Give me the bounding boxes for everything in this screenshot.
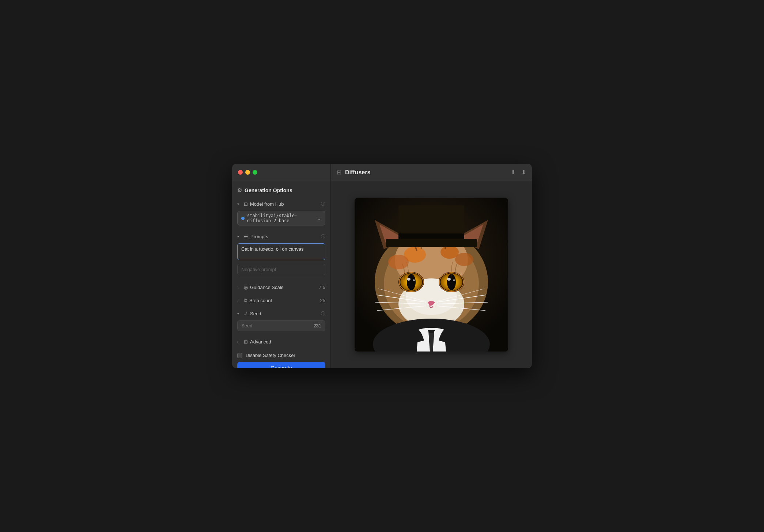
sidebar-title: Generation Options bbox=[245, 187, 292, 193]
prompts-section: ▾ ☰ Prompts ⓘ Cat in a tuxedo, oil on ca… bbox=[232, 230, 330, 281]
prompts-section-header[interactable]: ▾ ☰ Prompts ⓘ bbox=[232, 231, 330, 242]
prompts-info-icon[interactable]: ⓘ bbox=[321, 233, 325, 240]
svg-point-18 bbox=[413, 280, 415, 281]
step-chevron-icon: › bbox=[237, 299, 242, 303]
advanced-section-header[interactable]: › ⊞ Advanced bbox=[232, 337, 330, 347]
model-chevron-icon: ▾ bbox=[237, 202, 242, 206]
model-selector[interactable]: stabilityai/stable-diffusion-2-base ⌄ bbox=[237, 211, 325, 225]
gear-icon: ⚙ bbox=[237, 187, 242, 194]
model-section: ▾ ⊡ Model from Hub ⓘ stabilityai/stable-… bbox=[232, 197, 330, 230]
share-icon[interactable]: ⬆ bbox=[511, 169, 515, 176]
seed-chevron-icon: ▾ bbox=[237, 312, 242, 316]
image-container bbox=[331, 181, 532, 368]
model-label: Model from Hub bbox=[250, 201, 318, 207]
svg-point-38 bbox=[388, 255, 409, 269]
model-dot-icon bbox=[241, 217, 245, 220]
svg-point-24 bbox=[453, 280, 455, 281]
svg-rect-36 bbox=[386, 239, 477, 247]
svg-point-39 bbox=[455, 253, 473, 266]
step-count-value: 25 bbox=[320, 298, 325, 303]
step-count-label: Step count bbox=[249, 298, 318, 303]
prompts-label: Prompts bbox=[250, 234, 318, 239]
seed-icon: ⤢ bbox=[244, 311, 248, 316]
prompts-icon: ☰ bbox=[244, 234, 248, 239]
dropdown-arrow-icon: ⌄ bbox=[317, 215, 321, 221]
seed-info-icon[interactable]: ⓘ bbox=[321, 311, 325, 317]
panel-actions: ⬆ ⬇ bbox=[511, 169, 526, 176]
step-icon: ⧉ bbox=[244, 297, 247, 303]
main-content: ⚙ Generation Options ▾ ⊡ Model from Hub … bbox=[232, 164, 532, 368]
generate-button[interactable]: Generate bbox=[237, 362, 325, 368]
step-count-section: › ⧉ Step count 25 bbox=[232, 294, 330, 307]
svg-point-17 bbox=[407, 278, 411, 281]
prompts-chevron-icon: ▾ bbox=[237, 235, 242, 239]
guidance-chevron-icon: › bbox=[237, 285, 242, 289]
seed-section-header[interactable]: ▾ ⤢ Seed ⓘ bbox=[232, 308, 330, 319]
sidebar-header: ⚙ Generation Options bbox=[232, 181, 330, 197]
panel-header: ⊟ Diffusers ⬆ ⬇ bbox=[331, 164, 532, 181]
safety-checker-row: Disable Safety Checker bbox=[237, 353, 325, 358]
panel-title: Diffusers bbox=[345, 169, 370, 176]
advanced-section: › ⊞ Advanced bbox=[232, 335, 330, 348]
download-icon[interactable]: ⬇ bbox=[521, 169, 526, 176]
main-panel: ⊟ Diffusers ⬆ ⬇ bbox=[331, 164, 532, 368]
safety-checker-label: Disable Safety Checker bbox=[246, 353, 295, 358]
svg-rect-37 bbox=[398, 233, 464, 239]
negative-prompt-input[interactable] bbox=[237, 264, 325, 275]
seed-label: Seed bbox=[250, 311, 318, 316]
seed-value: 231 bbox=[313, 323, 321, 328]
guidance-scale-header[interactable]: › ◎ Guidance Scale 7.5 bbox=[232, 282, 330, 292]
seed-content: Seed 231 bbox=[232, 319, 330, 334]
model-name: stabilityai/stable-diffusion-2-base bbox=[247, 213, 314, 223]
model-icon: ⊡ bbox=[244, 201, 248, 207]
prompt-input[interactable]: Cat in a tuxedo, oil on canvas bbox=[237, 243, 325, 260]
close-button[interactable] bbox=[238, 170, 243, 175]
seed-input-label: Seed bbox=[241, 323, 313, 328]
advanced-icon: ⊞ bbox=[244, 339, 248, 345]
seed-section: ▾ ⤢ Seed ⓘ Seed 231 bbox=[232, 307, 330, 335]
model-section-header[interactable]: ▾ ⊡ Model from Hub ⓘ bbox=[232, 199, 330, 209]
step-count-header[interactable]: › ⧉ Step count 25 bbox=[232, 295, 330, 305]
sidebar-toggle-icon[interactable]: ⊟ bbox=[337, 169, 341, 176]
svg-point-23 bbox=[447, 278, 451, 281]
safety-checker-checkbox[interactable] bbox=[237, 353, 242, 358]
cat-painting bbox=[355, 198, 508, 352]
guidance-icon: ◎ bbox=[244, 285, 248, 290]
guidance-scale-label: Guidance Scale bbox=[250, 285, 317, 290]
sidebar: ⚙ Generation Options ▾ ⊡ Model from Hub … bbox=[232, 164, 331, 368]
prompts-content: Cat in a tuxedo, oil on canvas bbox=[232, 242, 330, 280]
guidance-scale-value: 7.5 bbox=[319, 285, 325, 290]
app-window: ⚙ Generation Options ▾ ⊡ Model from Hub … bbox=[232, 164, 532, 368]
traffic-lights bbox=[238, 170, 257, 175]
maximize-button[interactable] bbox=[253, 170, 257, 175]
seed-input-container: Seed 231 bbox=[237, 320, 325, 331]
model-info-icon[interactable]: ⓘ bbox=[321, 201, 325, 207]
advanced-label: Advanced bbox=[250, 339, 325, 345]
minimize-button[interactable] bbox=[245, 170, 250, 175]
sidebar-bottom: Disable Safety Checker Generate Time: 8.… bbox=[232, 348, 330, 368]
guidance-scale-section: › ◎ Guidance Scale 7.5 bbox=[232, 281, 330, 294]
advanced-chevron-icon: › bbox=[237, 340, 242, 344]
titlebar bbox=[232, 164, 330, 181]
